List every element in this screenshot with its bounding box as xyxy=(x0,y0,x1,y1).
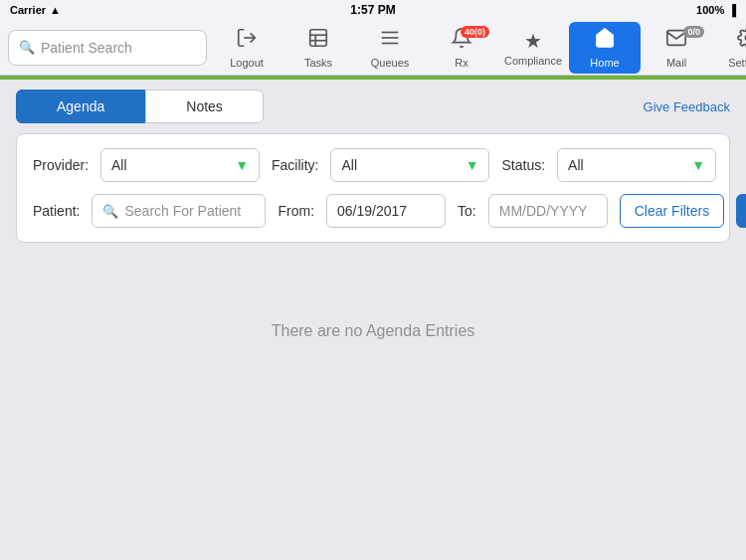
status-bar-right: 100% ▐ xyxy=(696,4,736,16)
nav-item-home[interactable]: Home xyxy=(569,22,641,74)
empty-state: There are no Agenda Entries xyxy=(0,243,746,340)
patient-search-input[interactable] xyxy=(124,203,255,219)
from-label: From: xyxy=(278,203,314,219)
search-bar-placeholder: Patient Search xyxy=(41,40,132,56)
status-bar-time: 1:57 PM xyxy=(350,3,395,17)
status-bar: Carrier ▲ 1:57 PM 100% ▐ xyxy=(0,0,746,20)
nav-label-tasks: Tasks xyxy=(304,57,332,69)
nav-item-logout[interactable]: Logout xyxy=(211,22,282,74)
provider-select[interactable]: All ▼ xyxy=(100,148,260,182)
logout-icon xyxy=(236,27,258,55)
filter-row-1: Provider: All ▼ Facility: All ▼ Status: … xyxy=(33,148,713,182)
nav-item-rx[interactable]: 40(0) Rx xyxy=(426,22,497,74)
facility-chevron-icon: ▼ xyxy=(466,157,479,173)
provider-label: Provider: xyxy=(33,157,89,173)
battery-label: 100% xyxy=(696,4,724,16)
nav-label-logout: Logout xyxy=(230,57,264,69)
mail-badge: 0/0 xyxy=(683,26,704,38)
queues-icon xyxy=(379,27,401,55)
to-date-input-wrapper[interactable] xyxy=(488,194,608,228)
nav-label-queues: Queues xyxy=(371,57,410,69)
from-date-input[interactable] xyxy=(337,203,435,219)
patient-search-icon: 🔍 xyxy=(102,204,118,219)
status-label: Status: xyxy=(501,157,545,173)
tab-notes[interactable]: Notes xyxy=(145,90,264,123)
provider-chevron-icon: ▼ xyxy=(235,157,249,173)
from-date-input-wrapper[interactable] xyxy=(326,194,446,228)
home-icon xyxy=(594,27,616,55)
tab-agenda[interactable]: Agenda xyxy=(16,90,145,123)
patient-search-bar[interactable]: 🔍 Patient Search xyxy=(8,30,207,66)
apply-filters-button[interactable]: Apply Filters xyxy=(736,194,746,228)
give-feedback-link[interactable]: Give Feedback xyxy=(644,99,730,114)
clear-filters-button[interactable]: Clear Filters xyxy=(620,194,724,228)
nav-label-mail: Mail xyxy=(666,57,686,69)
nav-label-home: Home xyxy=(590,57,619,69)
rx-badge: 40(0) xyxy=(461,26,489,38)
status-select[interactable]: All ▼ xyxy=(557,148,716,182)
facility-value: All xyxy=(341,157,357,173)
filter-panel: Provider: All ▼ Facility: All ▼ Status: … xyxy=(16,133,730,243)
wifi-icon: ▲ xyxy=(50,4,61,16)
status-chevron-icon: ▼ xyxy=(691,157,705,173)
facility-label: Facility: xyxy=(272,157,318,173)
to-date-input[interactable] xyxy=(499,203,597,219)
nav-label-rx: Rx xyxy=(455,57,467,69)
nav-item-queues[interactable]: Queues xyxy=(354,22,426,74)
search-icon: 🔍 xyxy=(19,40,35,55)
nav-item-tasks[interactable]: Tasks xyxy=(282,22,354,74)
nav-items: Logout Tasks Queues 40(0) xyxy=(211,22,746,74)
patient-label: Patient: xyxy=(33,203,80,219)
tabs-group: Agenda Notes xyxy=(16,90,264,123)
tasks-icon xyxy=(307,27,329,55)
to-label: To: xyxy=(458,203,476,219)
filter-row-2: Patient: 🔍 From: To: Clear Filters Apply… xyxy=(33,194,713,228)
nav-label-settings: Settings xyxy=(728,57,746,69)
status-bar-left: Carrier ▲ xyxy=(10,4,61,16)
nav-label-compliance: Compliance xyxy=(504,55,562,67)
nav-item-compliance[interactable]: ★ Compliance xyxy=(497,22,569,74)
nav-item-mail[interactable]: 0/0 Mail xyxy=(641,22,712,74)
carrier-label: Carrier xyxy=(10,4,46,16)
settings-icon xyxy=(737,27,746,55)
battery-icon: ▐ xyxy=(728,4,736,16)
facility-select[interactable]: All ▼ xyxy=(330,148,489,182)
top-nav: 🔍 Patient Search Logout Tasks xyxy=(0,20,746,76)
nav-item-settings[interactable]: Settings xyxy=(712,22,746,74)
empty-state-message: There are no Agenda Entries xyxy=(272,322,475,340)
tab-bar: Agenda Notes Give Feedback xyxy=(0,80,746,133)
status-value: All xyxy=(568,157,584,173)
compliance-icon: ★ xyxy=(524,29,542,53)
provider-value: All xyxy=(111,157,127,173)
svg-rect-1 xyxy=(310,29,327,46)
patient-search-input-wrapper[interactable]: 🔍 xyxy=(92,194,266,228)
